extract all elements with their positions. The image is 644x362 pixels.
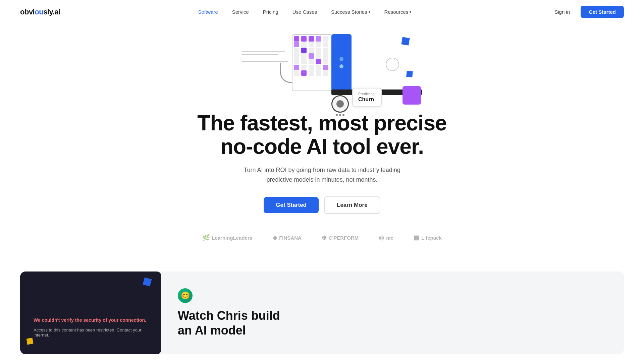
lifepack-icon: ▦: [414, 234, 419, 241]
chevron-down-icon: ▾: [369, 10, 370, 14]
hero-subtext: Turn AI into ROI by going from raw data …: [238, 165, 406, 185]
nav-link-success-stories[interactable]: Success Stories ▾: [325, 6, 376, 17]
logo-strip: 🌿 LearningLeaders ◈ FINSANA ⊕ C'PERFORM …: [202, 234, 442, 241]
watch-title: Watch Chris build an AI model: [178, 308, 607, 337]
logo-cperform: ⊕ C'PERFORM: [322, 234, 359, 241]
nav-links: Software Service Pricing Use Cases Succe…: [192, 6, 418, 17]
cperform-icon: ⊕: [322, 234, 327, 241]
video-security-sub: Access to this content has been restrict…: [34, 327, 148, 338]
grid-visualization: [292, 34, 332, 91]
deco-square-blue-2: [406, 71, 413, 77]
chevron-down-icon: ▾: [410, 10, 411, 14]
bottom-section: We couldn't verify the security of your …: [20, 272, 624, 354]
logo-lifepack: ▦ Lifepack: [414, 234, 442, 241]
prediction-value: Churn: [358, 97, 376, 103]
prediction-label: Predicting:: [358, 92, 376, 96]
deco-circle: [386, 58, 399, 71]
sign-in-button[interactable]: Sign in: [549, 6, 575, 17]
nav-link-service[interactable]: Service: [226, 6, 255, 17]
nav-link-resources[interactable]: Resources ▾: [378, 6, 418, 17]
deco-square-blue-1: [401, 37, 410, 45]
navbar: obviously.ai Software Service Pricing Us…: [0, 0, 644, 24]
video-panel: We couldn't verify the security of your …: [20, 272, 161, 354]
watch-panel: 😊 Watch Chris build an AI model: [161, 272, 624, 354]
video-security-title: We couldn't verify the security of your …: [34, 317, 148, 323]
hero-section: Predicting: Churn The fastest, most prec…: [0, 24, 644, 255]
nav-right: Sign in Get Started: [549, 6, 624, 18]
blue-side-panel: [331, 34, 352, 91]
hero-illustration: Predicting: Churn: [225, 31, 419, 105]
learning-leaders-icon: 🌿: [202, 234, 210, 241]
avatar: 😊: [178, 288, 193, 303]
hero-get-started-button[interactable]: Get Started: [264, 197, 319, 213]
logo-finsana: ◈ FINSANA: [272, 234, 302, 241]
nav-get-started-button[interactable]: Get Started: [581, 6, 624, 18]
deco-square-video-2: [26, 338, 34, 345]
logo[interactable]: obviously.ai: [20, 8, 60, 16]
deco-square-video-1: [143, 278, 152, 287]
hero-learn-more-button[interactable]: Learn More: [324, 196, 380, 214]
prediction-box: Predicting: Churn: [352, 88, 382, 107]
mc-icon: ◎: [379, 234, 384, 241]
cta-group: Get Started Learn More: [264, 196, 380, 214]
dial-control: [331, 95, 349, 116]
hero-heading: The fastest, most precise no-code AI too…: [197, 111, 446, 159]
nav-link-use-cases[interactable]: Use Cases: [286, 6, 323, 17]
nav-link-software[interactable]: Software: [192, 6, 224, 17]
nav-link-pricing[interactable]: Pricing: [257, 6, 284, 17]
outcome-square: [402, 86, 421, 105]
finsana-icon: ◈: [272, 234, 277, 241]
logo-learning-leaders: 🌿 LearningLeaders: [202, 234, 252, 241]
logo-mc: ◎ mc: [379, 234, 393, 241]
